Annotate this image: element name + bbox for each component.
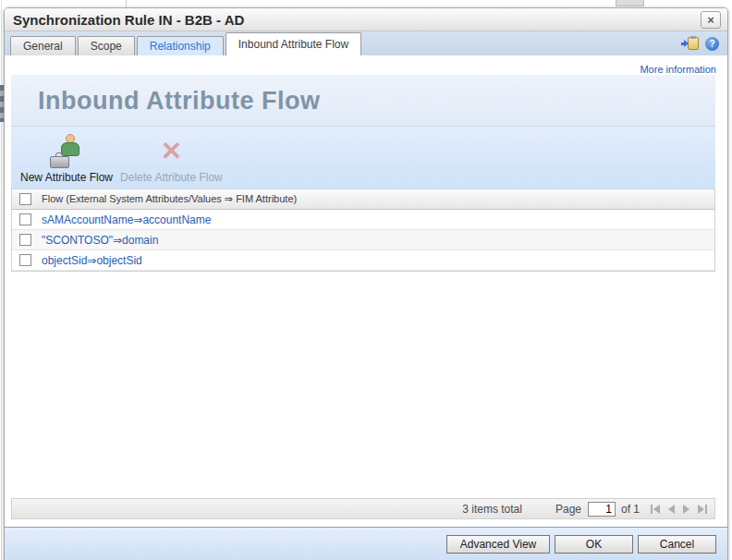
select-all-checkbox[interactable] (19, 193, 31, 205)
delete-attribute-flow-button[interactable]: ✕ Delete Attribute Flow (120, 134, 223, 184)
dialog-footer: Advanced View OK Cancel (5, 527, 727, 560)
previous-page-icon (668, 505, 675, 514)
attribute-flow-table: Flow (External System Attributes/Values … (11, 189, 715, 272)
dialog-titlebar: Synchronization Rule IN - B2B - AD × (5, 8, 727, 31)
new-attribute-flow-button[interactable]: New Attribute Flow (20, 134, 113, 184)
tab-relationship[interactable]: Relationship (137, 36, 224, 55)
close-button[interactable]: × (701, 11, 721, 29)
last-page-button[interactable] (698, 504, 707, 515)
page-of-label: of 1 (621, 503, 640, 516)
cancel-button[interactable]: Cancel (638, 535, 716, 554)
table-row: objectSid⇒objectSid (12, 250, 714, 271)
previous-page-button[interactable] (668, 504, 675, 515)
tab-scope[interactable]: Scope (78, 36, 135, 55)
page-number-input[interactable] (588, 502, 616, 517)
page-heading-band: Inbound Attribute Flow (11, 75, 715, 127)
page-label: Page (555, 503, 581, 516)
dialog-title: Synchronization Rule IN - B2B - AD (13, 12, 244, 28)
pagination-nav (651, 504, 707, 515)
tab-strip: General Scope Relationship Inbound Attri… (5, 31, 727, 55)
tab-inbound-attribute-flow[interactable]: Inbound Attribute Flow (226, 32, 361, 55)
attribute-flow-toolbar: New Attribute Flow ✕ Delete Attribute Fl… (11, 127, 715, 189)
sync-rule-dialog: Synchronization Rule IN - B2B - AD × Gen… (4, 7, 728, 560)
row-checkbox[interactable] (19, 254, 31, 266)
more-information-link[interactable]: More information (640, 64, 716, 75)
background-border-line (1, 0, 2, 560)
first-page-button[interactable] (651, 504, 660, 515)
table-row: "SCONTOSO"⇒domain (12, 230, 714, 250)
items-total-label: 3 items total (462, 503, 522, 516)
new-attribute-flow-icon (50, 134, 83, 168)
next-page-button[interactable] (683, 504, 689, 515)
row-checkbox[interactable] (19, 234, 31, 246)
row-checkbox[interactable] (19, 213, 31, 225)
table-row: sAMAccountName⇒accountName (12, 210, 714, 230)
last-page-icon (698, 505, 704, 514)
background-widget (616, 0, 644, 6)
delete-attribute-flow-label: Delete Attribute Flow (120, 171, 223, 184)
flow-link[interactable]: sAMAccountName⇒accountName (42, 213, 211, 226)
ok-button[interactable]: OK (555, 535, 633, 554)
tab-general[interactable]: General (10, 36, 76, 55)
delete-x-icon: ✕ (161, 134, 182, 168)
tab-strip-actions: ? (681, 36, 719, 51)
new-attribute-flow-label: New Attribute Flow (20, 171, 113, 184)
next-page-icon (683, 505, 689, 514)
close-icon: × (707, 13, 714, 27)
more-information-row: More information (5, 55, 727, 75)
help-icon[interactable]: ? (705, 37, 719, 51)
first-page-icon (651, 505, 653, 514)
flow-link[interactable]: "SCONTOSO"⇒domain (42, 234, 158, 247)
flow-link[interactable]: objectSid⇒objectSid (42, 254, 142, 267)
page-title: Inbound Attribute Flow (11, 75, 715, 116)
advanced-view-button[interactable]: Advanced View (446, 535, 550, 554)
empty-list-area (11, 272, 715, 498)
background-divider-line (126, 0, 127, 7)
tab-panel-content: Inbound Attribute Flow New Attribute Flo… (11, 75, 715, 519)
detach-window-icon[interactable] (681, 36, 699, 51)
pagination-bar: 3 items total Page of 1 (11, 498, 715, 519)
table-header-row: Flow (External System Attributes/Values … (12, 189, 714, 210)
table-header-label: Flow (External System Attributes/Values … (42, 193, 297, 205)
